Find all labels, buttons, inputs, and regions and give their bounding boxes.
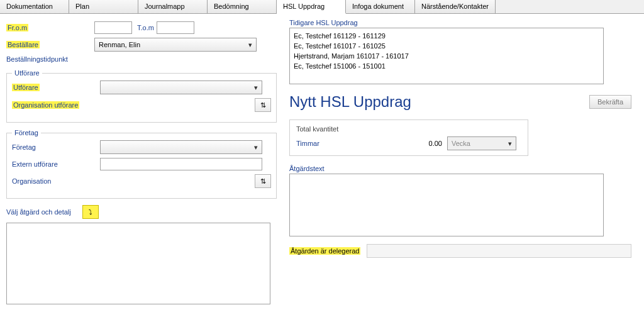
utforare-label: Utförare xyxy=(12,84,100,91)
bestallare-label: Beställare xyxy=(6,41,94,48)
bekrafta-button[interactable]: Bekräfta xyxy=(589,95,631,109)
list-item[interactable]: Ec, Testchef 161017 - 161025 xyxy=(294,41,599,51)
delegerad-label: Åtgärden är delegerad xyxy=(289,247,360,255)
list-item[interactable]: Ec, Testchef 161129 - 161129 xyxy=(294,31,599,41)
utforare-combo[interactable]: ▾ xyxy=(100,80,262,94)
chevron-down-icon: ▾ xyxy=(254,84,258,92)
valj-atgard-button[interactable]: ⤵ xyxy=(82,205,99,219)
timmar-label: Timmar xyxy=(296,140,353,147)
period-value: Vecka xyxy=(452,140,470,147)
foretag-combo[interactable]: ▾ xyxy=(100,140,262,154)
total-kvantitet-box: Total kvantitet Timmar 0.00 Vecka ▾ xyxy=(289,119,528,156)
foretag-fieldset: Företag Företag ▾ Extern utförare Organi… xyxy=(6,129,277,199)
tab-bedomning[interactable]: Bedömning xyxy=(208,0,277,13)
atgardstext-textarea[interactable] xyxy=(289,174,604,236)
right-panel: Tidigare HSL Uppdrag Ec, Testchef 161129… xyxy=(283,14,644,312)
to-input[interactable] xyxy=(157,21,194,34)
tab-bar: Dokumentation Plan Journalmapp Bedömning… xyxy=(0,0,644,14)
tab-hsl-uppdrag[interactable]: HSL Uppdrag xyxy=(277,0,346,14)
valj-atgard-label: Välj åtgärd och detalj xyxy=(6,208,71,216)
chevron-down-icon: ▾ xyxy=(254,143,258,152)
to-label: T.o.m xyxy=(137,24,154,31)
organisation-label: Organisation xyxy=(12,177,100,185)
tidigare-label: Tidigare HSL Uppdrag xyxy=(289,19,631,26)
from-label: Fr.o.m xyxy=(6,24,94,31)
tidigare-listbox[interactable]: Ec, Testchef 161129 - 161129 Ec, Testche… xyxy=(289,28,604,84)
bestallare-value: Renman, Elin xyxy=(99,41,140,48)
foretag-legend: Företag xyxy=(12,129,41,136)
utforare-fieldset: Utförare Utförare ▾ Organisation utförar… xyxy=(6,69,277,123)
left-panel: Fr.o.m T.o.m Beställare Renman, Elin ▾ B… xyxy=(0,14,283,312)
tab-infoga-dokument[interactable]: Infoga dokument xyxy=(346,0,415,13)
org-tree-icon: ⇅ xyxy=(260,177,266,186)
atgardstext-label: Åtgärdstext xyxy=(289,165,631,172)
extern-utforare-input[interactable] xyxy=(100,158,262,170)
foretag-label: Företag xyxy=(12,143,100,151)
list-item[interactable]: Hjertstrand, Marjam 161017 - 161017 xyxy=(294,51,599,61)
chevron-down-icon: ▾ xyxy=(248,41,252,49)
bestallningstidpunkt-label: Beställningstidpunkt xyxy=(6,55,94,63)
period-combo[interactable]: Vecka ▾ xyxy=(447,136,516,150)
tab-narstaende-kontakter[interactable]: Närstående/Kontakter xyxy=(415,0,496,13)
extern-utforare-label: Extern utförare xyxy=(12,160,100,168)
chevron-down-icon: ▾ xyxy=(508,140,512,148)
tab-dokumentation[interactable]: Dokumentation xyxy=(0,0,69,13)
utforare-legend: Utförare xyxy=(12,69,42,77)
atgard-listbox[interactable] xyxy=(6,223,270,304)
from-input[interactable] xyxy=(94,21,132,34)
org-utforare-selector-button[interactable]: ⇅ xyxy=(255,98,271,112)
tab-plan[interactable]: Plan xyxy=(69,0,138,13)
action-select-icon: ⤵ xyxy=(89,208,92,216)
delegerad-field xyxy=(367,244,631,258)
organisation-selector-button[interactable]: ⇅ xyxy=(255,174,271,188)
timmar-value: 0.00 xyxy=(353,140,447,147)
bestallare-combo[interactable]: Renman, Elin ▾ xyxy=(94,38,257,52)
page-title: Nytt HSL Uppdrag xyxy=(289,93,411,111)
org-tree-icon: ⇅ xyxy=(260,101,266,109)
org-utforare-label: Organisation utförare xyxy=(12,101,100,109)
tab-journalmapp[interactable]: Journalmapp xyxy=(138,0,208,13)
list-item[interactable]: Ec, Testchef 151006 - 151001 xyxy=(294,61,599,71)
total-kvantitet-label: Total kvantitet xyxy=(296,125,521,133)
